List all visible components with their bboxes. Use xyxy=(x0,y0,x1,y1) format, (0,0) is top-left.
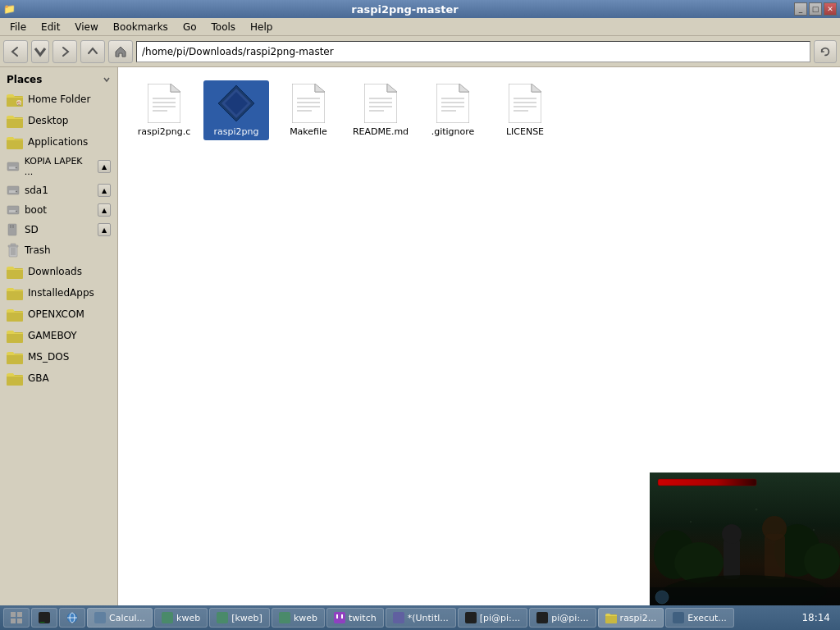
taskbar-untitled-button[interactable]: *(Untitl... xyxy=(386,608,456,628)
taskbar-filemanager-button[interactable]: raspi2... xyxy=(598,608,664,628)
eject-boot-button[interactable]: ▲ xyxy=(98,203,111,217)
sidebar-item-gameboy[interactable]: GAMEBOY xyxy=(0,325,117,346)
system-menu-button[interactable] xyxy=(3,608,30,628)
menu-help[interactable]: Help xyxy=(244,20,279,34)
sidebar-item-sda1-label: sda1 xyxy=(25,185,48,196)
svg-rect-96 xyxy=(465,612,477,623)
up-button[interactable] xyxy=(80,40,105,63)
system-icon xyxy=(11,612,22,623)
back-icon xyxy=(9,45,22,58)
home-button[interactable] xyxy=(108,40,133,63)
window-title: raspi2png-master xyxy=(16,3,794,16)
menu-bookmarks[interactable]: Bookmarks xyxy=(107,20,175,34)
sidebar-header[interactable]: Places xyxy=(0,71,117,89)
minimize-button[interactable]: _ xyxy=(794,2,807,16)
terminal2-icon xyxy=(465,612,477,623)
svg-point-74 xyxy=(690,521,692,523)
svg-point-72 xyxy=(762,516,787,541)
sidebar-item-home[interactable]: 🏠 Home Folder xyxy=(0,89,117,110)
file-raspi2png[interactable]: raspi2png xyxy=(203,80,269,140)
svg-rect-69 xyxy=(724,538,740,579)
taskbar-kweb2-label: [kweb] xyxy=(231,613,262,623)
eject-kopia-button[interactable]: ▲ xyxy=(98,160,111,173)
up-icon xyxy=(86,45,99,58)
dropdown-button[interactable] xyxy=(31,40,49,63)
taskbar-kweb2-button[interactable]: [kweb] xyxy=(209,608,270,628)
menu-go[interactable]: Go xyxy=(176,20,203,34)
svg-rect-81 xyxy=(11,619,16,623)
file-readme-label: README.md xyxy=(353,126,409,137)
sidebar-item-installedapps[interactable]: InstalledApps xyxy=(0,282,117,304)
menu-edit[interactable]: Edit xyxy=(34,20,66,34)
svg-text:_: _ xyxy=(40,614,45,623)
svg-rect-91 xyxy=(279,612,290,623)
sidebar-item-sda1[interactable]: sda1 ▲ xyxy=(0,180,117,200)
close-button[interactable]: ✕ xyxy=(824,2,837,16)
file-doc-icon xyxy=(148,84,180,123)
file-license-icon xyxy=(509,84,541,123)
sidebar-item-boot[interactable]: boot ▲ xyxy=(0,200,117,220)
sidebar-item-kopia[interactable]: KOPIA LAPEK ... ▲ xyxy=(0,153,117,180)
svg-marker-51 xyxy=(459,84,469,92)
sidebar-item-apps-label: Applications xyxy=(28,136,88,148)
sidebar-item-trash[interactable]: Trash xyxy=(0,240,117,261)
sidebar-header-label: Places xyxy=(7,74,42,85)
sidebar-item-applications[interactable]: Applications xyxy=(0,131,117,153)
taskbar-browser-button[interactable] xyxy=(59,608,85,628)
file-makefile-icon xyxy=(292,84,325,123)
taskbar-kweb1-button[interactable]: kweb xyxy=(154,608,208,628)
drive-boot-icon xyxy=(7,203,20,217)
taskbar-terminal3-button[interactable]: pi@pi:... xyxy=(529,608,596,628)
msdos-folder-icon xyxy=(7,349,23,364)
forward-button[interactable] xyxy=(52,40,77,63)
sidebar-item-gba[interactable]: GBA xyxy=(0,368,117,389)
kweb3-icon xyxy=(279,612,290,623)
taskbar-twitch-button[interactable]: twitch xyxy=(326,608,384,628)
taskbar-exec-label: Execut... xyxy=(687,613,727,623)
menu-tools[interactable]: Tools xyxy=(205,20,243,34)
sidebar-item-desktop-label: Desktop xyxy=(28,115,69,126)
back-button[interactable] xyxy=(3,40,28,63)
svg-point-75 xyxy=(756,509,758,511)
taskbar-kweb3-button[interactable]: kweb xyxy=(272,608,325,628)
sidebar-toggle-icon xyxy=(103,75,111,84)
menu-view[interactable]: View xyxy=(68,20,104,34)
reload-button[interactable] xyxy=(814,40,837,63)
sidebar-item-installedapps-label: InstalledApps xyxy=(28,287,94,299)
toolbar: /home/pi/Downloads/raspi2png-master xyxy=(0,36,840,67)
svg-marker-30 xyxy=(171,84,180,92)
taskbar-exec-button[interactable]: Execut... xyxy=(665,608,734,628)
file-readme[interactable]: README.md xyxy=(348,80,413,140)
sidebar-item-gameboy-label: GAMEBOY xyxy=(28,330,77,341)
file-makefile[interactable]: Makefile xyxy=(276,80,341,140)
drive-sd-icon xyxy=(7,223,20,236)
home-folder-icon: 🏠 xyxy=(7,92,23,107)
sidebar-item-openxcom[interactable]: OPENXCOM xyxy=(0,304,117,325)
taskbar-calc-button[interactable]: Calcul... xyxy=(87,608,153,628)
svg-rect-99 xyxy=(673,612,684,623)
titlebar: 📁 raspi2png-master _ □ ✕ xyxy=(0,0,840,18)
address-bar[interactable]: /home/pi/Downloads/raspi2png-master xyxy=(136,41,810,62)
svg-rect-16 xyxy=(12,225,14,228)
sidebar-item-sd-label: SD xyxy=(25,224,39,235)
menu-file[interactable]: File xyxy=(3,20,33,34)
file-license[interactable]: LICENSE xyxy=(492,80,558,140)
file-raspi2png-c[interactable]: raspi2png.c xyxy=(131,80,197,140)
filemanager-icon xyxy=(605,612,617,623)
sidebar-item-sd[interactable]: SD ▲ xyxy=(0,220,117,240)
svg-rect-94 xyxy=(341,614,343,619)
sidebar-item-msdos[interactable]: MS_DOS xyxy=(0,346,117,368)
sidebar-item-desktop[interactable]: Desktop xyxy=(0,110,117,131)
taskbar-terminal1-button[interactable]: _ xyxy=(31,608,57,628)
svg-point-70 xyxy=(722,524,742,544)
sidebar-item-downloads[interactable]: Downloads xyxy=(0,261,117,282)
taskbar-calc-label: Calcul... xyxy=(109,613,145,623)
eject-sd-button[interactable]: ▲ xyxy=(98,223,111,236)
sidebar-item-gba-label: GBA xyxy=(28,372,49,384)
taskbar-kweb1-label: kweb xyxy=(176,613,200,623)
eject-sda1-button[interactable]: ▲ xyxy=(98,184,111,197)
maximize-button[interactable]: □ xyxy=(809,2,822,16)
taskbar-terminal2-button[interactable]: [pi@pi:... xyxy=(458,608,528,628)
file-gitignore[interactable]: .gitignore xyxy=(420,80,486,140)
drive-sda1-icon xyxy=(7,184,20,197)
